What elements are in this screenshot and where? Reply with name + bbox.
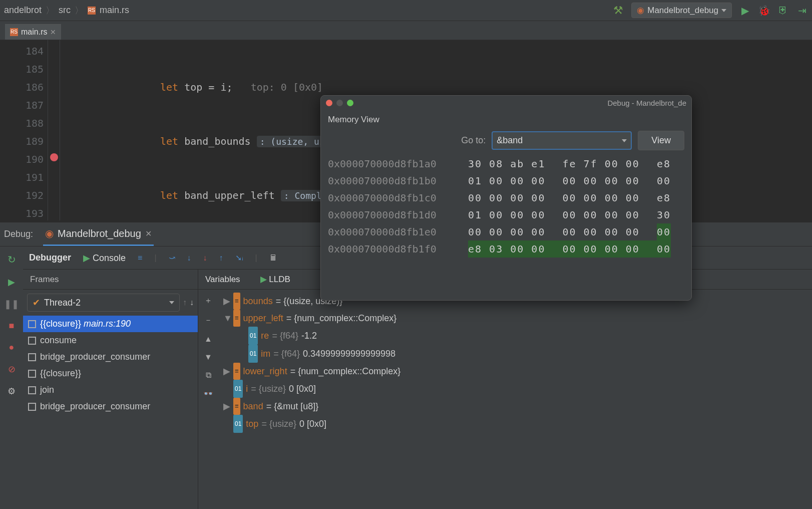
variable-row[interactable]: ▶= lower_right = {num_complex::Complex} xyxy=(218,363,812,380)
crumb-src[interactable]: src xyxy=(59,5,71,16)
rust-icon: ◉ xyxy=(637,5,644,16)
frame-item[interactable]: bridge_producer_consumer xyxy=(23,349,198,365)
traffic-close-icon[interactable] xyxy=(326,100,332,106)
threads-icon[interactable]: ≡ xyxy=(138,253,142,263)
thread-label: Thread-2 xyxy=(44,298,81,308)
frame-icon xyxy=(28,370,36,378)
struct-badge-icon: = xyxy=(233,398,240,415)
frames-panel: Frames ✔ Thread-2 ↑ ↓ {{closure}} main.r… xyxy=(23,270,198,509)
tab-label: main.rs xyxy=(21,28,47,37)
variables-tree[interactable]: ▶= bounds = {(usize, usize)}▼= upper_lef… xyxy=(218,290,812,509)
thread-selector[interactable]: ✔ Thread-2 xyxy=(27,294,180,312)
rust-file-icon: RS xyxy=(88,7,96,15)
frame-icon xyxy=(28,403,36,411)
memory-view-label: Memory View xyxy=(321,110,691,127)
stop-icon[interactable]: ■ xyxy=(9,321,15,331)
line-gutter: 184185186 187188189 190191192 193 xyxy=(0,40,48,220)
run-to-cursor-icon[interactable]: ➘ᵢ xyxy=(235,253,243,263)
primitive-badge-icon: 01 xyxy=(233,380,243,398)
down-icon[interactable]: ▼ xyxy=(204,353,212,362)
variable-row[interactable]: 01 im = {f64} 0.34999999999999998 xyxy=(218,345,812,363)
hammer-build-icon[interactable]: ⚒ xyxy=(612,5,624,17)
rerun-icon[interactable]: ↻ xyxy=(8,253,16,266)
expand-icon[interactable]: ▼ xyxy=(223,310,230,327)
breakpoint-icon[interactable] xyxy=(50,153,58,161)
run-configuration-selector[interactable]: ◉ Mandelbrot_debug xyxy=(631,3,732,18)
expand-icon[interactable]: ▶ xyxy=(223,363,230,380)
close-icon[interactable]: ✕ xyxy=(145,229,152,238)
struct-badge-icon: = xyxy=(233,293,240,310)
traffic-min-icon[interactable] xyxy=(336,100,343,106)
window-titlebar[interactable]: Debug - Mandelbrot_de xyxy=(321,96,691,110)
chevron-down-icon xyxy=(169,301,174,304)
debug-session-tab[interactable]: ◉ Mandelbrot_debug ✕ xyxy=(43,222,154,246)
crumb-root[interactable]: andelbrot xyxy=(4,5,42,16)
glasses-icon[interactable]: 👓 xyxy=(203,389,213,398)
memory-row: 0x000070000d8fb1f0e8 03 00 0000 00 00 00… xyxy=(328,240,684,258)
tab-debugger[interactable]: Debugger xyxy=(29,252,71,263)
window-title: Debug - Mandelbrot_de xyxy=(607,99,686,107)
frames-list[interactable]: {{closure}} main.rs:190consumebridge_pro… xyxy=(23,316,198,509)
remove-watch-icon[interactable]: － xyxy=(204,315,212,326)
breakpoint-gutter[interactable] xyxy=(48,40,60,220)
goto-value: &band xyxy=(497,135,523,146)
variables-title[interactable]: Variables xyxy=(205,275,240,285)
resume-icon[interactable]: ▶ xyxy=(8,277,15,288)
breadcrumb[interactable]: andelbrot 〉 src 〉 RS main.rs xyxy=(4,5,129,17)
expand-icon[interactable]: ▶ xyxy=(223,398,230,415)
mute-breakpoints-icon[interactable]: ⊘ xyxy=(8,364,16,375)
prev-frame-icon[interactable]: ↑ xyxy=(180,298,190,307)
view-button[interactable]: View xyxy=(638,131,684,150)
frame-item[interactable]: {{closure}} main.rs:190 xyxy=(23,316,198,332)
traffic-max-icon[interactable] xyxy=(347,100,353,106)
rust-icon: ◉ xyxy=(45,227,54,239)
memory-row: 0x000070000d8fb1b001 00 00 0000 00 00 00… xyxy=(328,172,684,189)
step-over-icon[interactable]: ⤻ xyxy=(169,253,175,263)
frame-icon xyxy=(28,320,36,328)
variable-row[interactable]: ▶= band = {&mut [u8]} xyxy=(218,398,812,415)
frame-item[interactable]: {{closure}} xyxy=(23,365,198,382)
settings-icon[interactable]: ⚙ xyxy=(8,386,16,397)
step-out-icon[interactable]: ↑ xyxy=(219,253,223,263)
chevron-down-icon xyxy=(721,9,726,12)
chevron-right-icon: 〉 xyxy=(75,5,84,17)
goto-label: Go to: xyxy=(461,135,486,146)
debug-icon[interactable]: 🐞 xyxy=(758,5,770,17)
frame-item[interactable]: join xyxy=(23,382,198,398)
chevron-down-icon[interactable] xyxy=(622,139,627,142)
variable-row[interactable]: 01 top = {usize} 0 [0x0] xyxy=(218,415,812,433)
copy-icon[interactable]: ⧉ xyxy=(206,371,211,380)
play-icon: ▶ xyxy=(83,253,90,263)
memory-row: 0x000070000d8fb1c000 00 00 0000 00 00 00… xyxy=(328,189,684,206)
debug-side-toolbar: ↻ ▶ ❚❚ ■ ● ⊘ ⚙ xyxy=(0,246,23,509)
coverage-icon[interactable]: ⛨ xyxy=(777,5,789,17)
frame-item[interactable]: bridge_producer_consumer xyxy=(23,398,198,415)
memory-grid[interactable]: 0x000070000d8fb1a030 08 ab e1fe 7f 00 00… xyxy=(321,155,691,300)
memory-view-window[interactable]: Debug - Mandelbrot_de Memory View Go to:… xyxy=(320,95,692,301)
variable-row[interactable]: ▼= upper_left = {num_complex::Complex} xyxy=(218,310,812,327)
memory-row: 0x000070000d8fb1a030 08 ab e1fe 7f 00 00… xyxy=(328,155,684,172)
tab-main-rs[interactable]: RS main.rs ✕ xyxy=(5,24,61,40)
variable-row[interactable]: 01 re = {f64} -1.2 xyxy=(218,327,812,345)
step-into-icon[interactable]: ↓ xyxy=(187,253,191,263)
primitive-badge-icon: 01 xyxy=(248,345,258,363)
force-step-into-icon[interactable]: ↓ xyxy=(203,253,207,263)
add-watch-icon[interactable]: ＋ xyxy=(204,296,212,306)
expand-icon[interactable]: ▶ xyxy=(223,293,230,310)
evaluate-icon[interactable]: 🖩 xyxy=(269,253,277,263)
crumb-file[interactable]: main.rs xyxy=(100,5,129,16)
up-icon[interactable]: ▲ xyxy=(204,335,212,344)
navigation-bar: andelbrot 〉 src 〉 RS main.rs ⚒ ◉ Mandelb… xyxy=(0,0,812,21)
frame-icon xyxy=(28,337,36,345)
pause-icon[interactable]: ❚❚ xyxy=(4,299,19,310)
view-breakpoints-icon[interactable]: ● xyxy=(9,342,15,353)
run-icon[interactable]: ▶ xyxy=(739,5,751,17)
close-icon[interactable]: ✕ xyxy=(50,28,56,36)
frame-item[interactable]: consume xyxy=(23,332,198,349)
lldb-tab[interactable]: ▶ LLDB xyxy=(260,274,290,285)
variable-row[interactable]: 01 i = {usize} 0 [0x0] xyxy=(218,380,812,398)
profiler-icon[interactable]: ⇥ xyxy=(796,5,808,17)
goto-input[interactable]: &band xyxy=(492,131,632,150)
next-frame-icon[interactable]: ↓ xyxy=(190,298,194,307)
tab-console[interactable]: ▶ Console xyxy=(83,252,126,264)
